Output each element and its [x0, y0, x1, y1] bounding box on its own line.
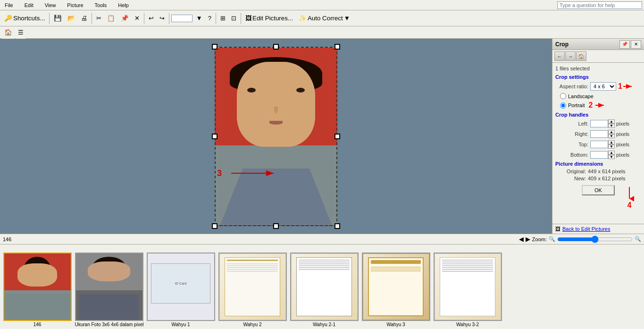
thumbnail-3[interactable]: ID Card Wahyu 1 [145, 253, 216, 327]
top-spin-up[interactable]: ▲ [608, 140, 615, 144]
top-unit: pixels [616, 142, 629, 147]
zoom-bar: ◀ ▶ Zoom: 🔍 🔍 [519, 236, 641, 243]
menu-file[interactable]: File [2, 1, 16, 9]
cut-button[interactable]: ✂ [94, 12, 104, 25]
right-unit: pixels [616, 131, 629, 137]
left-row: Left: 20 ▲ ▼ pixels [555, 119, 641, 128]
shortcuts-button[interactable]: 🔑 Shortcuts... [2, 12, 47, 25]
photo-display [215, 47, 337, 226]
crop-handle-middle-left[interactable] [212, 134, 217, 139]
toolbar-separator-5 [216, 13, 216, 24]
back-to-edit-pictures[interactable]: 🖼 Back to Edit Pictures [552, 224, 644, 234]
scroll-right-button[interactable]: ▶ [526, 236, 530, 243]
thumbnail-2[interactable]: Ukuran Foto 3x6 4x6 dalam pixel [74, 253, 144, 327]
crop-handle-bottom-right[interactable] [335, 223, 340, 229]
thumb-4-bg [219, 253, 286, 320]
toolbar-separator-2 [92, 13, 92, 24]
auto-correct-label: Auto Correct [308, 15, 343, 22]
edit-pictures-button[interactable]: 🖼 Edit Pictures... [243, 12, 295, 25]
menu-view[interactable]: View [42, 1, 59, 9]
copy-icon: 📋 [107, 15, 115, 22]
crop-handle-middle-right[interactable] [335, 134, 340, 139]
crop-handle-bottom-center[interactable] [273, 223, 279, 229]
cut-icon: ✂ [96, 15, 101, 22]
aspect-ratio-select[interactable]: 4 x 6 3 x 5 5 x 7 [590, 82, 616, 91]
open-button[interactable]: 📂 [65, 12, 78, 25]
original-value: 449 x 614 pixels [588, 169, 626, 174]
help-button[interactable]: ? [206, 12, 214, 25]
redo-button[interactable]: ↪ [157, 12, 167, 25]
save-button[interactable]: 💾 [51, 12, 64, 25]
right-label: Right: [555, 131, 588, 137]
zoom-slider[interactable] [557, 236, 633, 243]
top-spin-down[interactable]: ▼ [608, 144, 615, 149]
thumbnail-5[interactable]: Wahyu 2-1 [289, 253, 360, 327]
thumb-5-wrapper [290, 253, 359, 321]
bottom-spin-up[interactable]: ▲ [608, 151, 615, 155]
landscape-radio[interactable] [560, 93, 566, 99]
redo-icon: ↪ [159, 15, 165, 22]
thumbnail-7[interactable]: Wahyu 3-2 [432, 253, 503, 327]
right-input[interactable]: 20 [590, 130, 608, 138]
panel-pin-button[interactable]: 📌 [619, 40, 630, 49]
toolbar2-btn2[interactable]: ☰ [16, 26, 26, 39]
top-row: Top: 1 ▲ ▼ pixels [555, 140, 641, 149]
thumb-4-wrapper [218, 253, 287, 321]
print-button[interactable]: 🖨 [79, 12, 90, 25]
crop-handle-top-right[interactable] [335, 44, 340, 50]
delete-button[interactable]: ✕ [132, 12, 142, 25]
ok-section: OK 4 [555, 185, 641, 195]
panel-close-button[interactable]: ✕ [631, 40, 641, 49]
paste-button[interactable]: 📌 [118, 12, 131, 25]
ok-button[interactable]: OK [582, 185, 615, 195]
zoom-actual-button[interactable]: ⊡ [229, 12, 239, 25]
scroll-left-button[interactable]: ◀ [519, 236, 524, 243]
thumb-2-wrapper [75, 253, 143, 321]
crop-handle-bottom-left[interactable] [212, 223, 217, 229]
right-spin-up[interactable]: ▲ [608, 130, 615, 134]
menu-tools[interactable]: Tools [92, 1, 110, 9]
help-search-input[interactable] [557, 1, 642, 9]
thumbnail-6[interactable]: Wahyu 3 [360, 253, 431, 327]
undo-button[interactable]: ↩ [146, 12, 156, 25]
crop-settings-title: Crop settings [555, 74, 641, 80]
nav-back-icon[interactable]: ← [554, 51, 565, 61]
menu-picture[interactable]: Picture [64, 1, 86, 9]
left-input[interactable]: 20 [590, 120, 608, 127]
top-input[interactable]: 1 [590, 141, 608, 148]
thumbnail-1[interactable]: 146 [2, 253, 73, 327]
zoom-dropdown[interactable]: ▼ [193, 12, 204, 25]
left-spin-up[interactable]: ▲ [608, 119, 615, 124]
menu-edit[interactable]: Edit [22, 1, 36, 9]
bottom-spin-down[interactable]: ▼ [608, 155, 615, 159]
zoom-input[interactable]: 61% [171, 15, 192, 22]
toolbar2-btn1[interactable]: 🏠 [2, 26, 15, 39]
toolbar-separator-4 [169, 13, 169, 24]
bottom-input[interactable]: 1 [590, 151, 608, 159]
top-spinbox-arrows: ▲ ▼ [608, 140, 615, 149]
thumb-7-label: Wahyu 3-2 [456, 322, 479, 327]
print-icon: 🖨 [81, 15, 87, 22]
edit-pictures-label: Edit Pictures... [252, 15, 293, 22]
nav-home-icon[interactable]: 🏠 [576, 51, 586, 61]
back-icon: 🖼 [555, 226, 560, 232]
left-spin-down[interactable]: ▼ [608, 124, 615, 128]
landscape-row: Landscape [555, 93, 641, 99]
nav-forward-icon[interactable]: → [565, 51, 576, 61]
right-row: Right: 20 ▲ ▼ pixels [555, 130, 641, 138]
menu-help[interactable]: Help [115, 1, 132, 9]
file-number: 146 [3, 236, 11, 242]
toolbar2: 🏠 ☰ [0, 26, 644, 39]
thumb-1-bg [4, 253, 71, 320]
zoom-minus-icon: 🔍 [549, 236, 555, 242]
thumbnail-4[interactable]: Wahyu 2 [217, 253, 288, 327]
portrait-radio[interactable] [560, 102, 566, 109]
crop-handle-top-center[interactable] [273, 44, 279, 50]
crop-handle-top-left[interactable] [212, 44, 217, 50]
auto-correct-button[interactable]: ✨ Auto Correct ▼ [296, 12, 352, 25]
zoom-fit-button[interactable]: ⊞ [218, 12, 228, 25]
copy-button[interactable]: 📋 [105, 12, 117, 25]
statusbar: 146 ◀ ▶ Zoom: 🔍 🔍 [0, 234, 644, 244]
bottom-unit: pixels [616, 152, 629, 158]
right-spin-down[interactable]: ▼ [608, 134, 615, 138]
